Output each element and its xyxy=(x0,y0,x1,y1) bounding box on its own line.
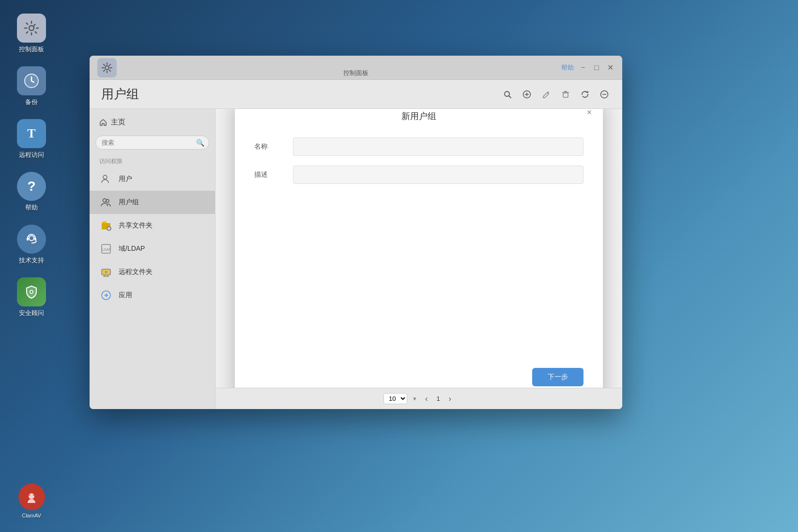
sidebar-item-label: 远程访问 xyxy=(19,151,44,159)
nav-item-label: 应用 xyxy=(119,291,132,300)
name-input[interactable] xyxy=(293,137,583,156)
minus-button[interactable] xyxy=(598,88,611,101)
svg-rect-16 xyxy=(563,93,568,97)
main-content: 新用户组 × 名称 描述 xyxy=(215,109,622,409)
main-window: 控制面板 帮助 － □ ✕ 用户组 xyxy=(90,56,622,409)
nav-item-apps[interactable]: 应用 xyxy=(90,284,215,307)
apps-icon xyxy=(99,289,113,302)
backup-icon xyxy=(17,66,46,95)
nav-item-label: 远程文件夹 xyxy=(119,268,153,276)
sidebar: 控制面板 备份 T 远程访问 ? 帮助 xyxy=(0,0,63,532)
dialog-close-button[interactable]: × xyxy=(583,109,595,118)
sidebar-item-label: 安全顾问 xyxy=(19,309,44,318)
description-label: 描述 xyxy=(254,170,293,179)
control-panel-icon xyxy=(17,14,46,43)
nav-item-label: 共享文件夹 xyxy=(119,221,153,230)
add-button[interactable] xyxy=(521,88,533,101)
dialog-content-area xyxy=(254,194,583,339)
svg-point-28 xyxy=(105,271,107,273)
nav-search[interactable]: 🔍 xyxy=(95,136,209,150)
sidebar-item-tech-support[interactable]: 技术支持 xyxy=(7,221,56,269)
svg-point-2 xyxy=(29,236,34,241)
window-toolbar xyxy=(501,88,611,101)
dialog-body: 名称 描述 xyxy=(235,130,603,358)
nav-home-label: 主页 xyxy=(111,118,125,127)
user-groups-icon xyxy=(99,196,113,209)
window-app-icon xyxy=(97,58,117,77)
shared-folders-icon xyxy=(99,219,113,232)
sidebar-item-backup[interactable]: 备份 xyxy=(7,62,56,110)
per-page-select[interactable]: 10 20 50 xyxy=(384,393,407,404)
description-field-row: 描述 xyxy=(254,166,583,184)
dialog-overlay: 新用户组 × 名称 描述 xyxy=(215,109,622,409)
nav-section-title: 访问权限 xyxy=(90,153,215,167)
help-icon: ? xyxy=(17,172,46,201)
description-input[interactable] xyxy=(293,166,583,184)
window-controls: 帮助 － □ ✕ xyxy=(561,63,614,72)
svg-point-0 xyxy=(29,26,34,30)
nav-item-remote-folders[interactable]: 远程文件夹 xyxy=(90,260,215,284)
current-page: 1 xyxy=(436,395,440,402)
refresh-button[interactable] xyxy=(579,88,591,101)
prev-page-button[interactable]: ‹ xyxy=(422,394,430,404)
sidebar-item-label: 帮助 xyxy=(25,203,38,212)
sidebar-item-remote-access[interactable]: T 远程访问 xyxy=(7,115,56,163)
name-field-row: 名称 xyxy=(254,137,583,156)
nav-item-shared-folders[interactable]: 共享文件夹 xyxy=(90,214,215,237)
maximize-button[interactable]: □ xyxy=(592,63,601,72)
search-icon: 🔍 xyxy=(196,139,204,147)
name-label: 名称 xyxy=(254,142,293,151)
remote-access-icon: T xyxy=(17,119,46,148)
nav-item-label: 域/LDAP xyxy=(119,244,145,253)
new-user-group-dialog: 新用户组 × 名称 描述 xyxy=(235,109,603,400)
edit-button[interactable] xyxy=(540,88,552,101)
svg-rect-3 xyxy=(27,238,29,241)
nav-item-user-groups[interactable]: 用户组 xyxy=(90,191,215,214)
svg-point-21 xyxy=(103,175,107,179)
clamav-label: ClamAV xyxy=(22,513,41,518)
remote-folders-icon xyxy=(99,265,113,279)
nav-item-label: 用户组 xyxy=(119,198,139,207)
clamav-icon xyxy=(18,484,45,510)
domain-ldap-icon: LDAP xyxy=(99,242,113,256)
left-nav: 主页 🔍 访问权限 用户 用户组 xyxy=(90,109,215,409)
sidebar-item-clamav[interactable]: ClamAV xyxy=(7,480,56,522)
pagination: 10 20 50 ▾ ‹ 1 › xyxy=(215,388,622,409)
svg-text:LDAP: LDAP xyxy=(102,248,111,251)
window-title-row: 用户组 xyxy=(90,80,622,109)
window-titlebar: 控制面板 帮助 － □ ✕ xyxy=(90,56,622,80)
delete-button[interactable] xyxy=(559,88,572,101)
security-icon xyxy=(17,277,46,306)
search-input[interactable] xyxy=(95,136,209,150)
dialog-header: 新用户组 × xyxy=(235,109,603,130)
help-link[interactable]: 帮助 xyxy=(561,63,574,72)
next-button[interactable]: 下一步 xyxy=(532,368,583,386)
close-button[interactable]: ✕ xyxy=(606,63,614,72)
nav-item-users[interactable]: 用户 xyxy=(90,167,215,191)
tech-support-icon xyxy=(17,225,46,254)
sidebar-item-label: 控制面板 xyxy=(19,45,44,54)
window-app-name: 控制面板 xyxy=(343,69,368,77)
svg-point-7 xyxy=(29,493,34,499)
nav-item-label: 用户 xyxy=(119,175,132,183)
minimize-button[interactable]: － xyxy=(579,63,587,72)
svg-line-12 xyxy=(509,96,511,98)
sidebar-item-help[interactable]: ? 帮助 xyxy=(7,168,56,216)
svg-rect-4 xyxy=(34,238,36,241)
page-title: 用户组 xyxy=(101,86,139,103)
users-icon xyxy=(99,172,113,186)
nav-item-domain-ldap[interactable]: LDAP 域/LDAP xyxy=(90,237,215,260)
sidebar-item-control-panel[interactable]: 控制面板 xyxy=(7,10,56,58)
sidebar-item-security[interactable]: 安全顾问 xyxy=(7,274,56,321)
sidebar-item-label: 备份 xyxy=(25,98,38,106)
per-page-arrow: ▾ xyxy=(413,395,416,402)
sidebar-item-label: 技术支持 xyxy=(19,256,44,265)
svg-point-10 xyxy=(105,66,109,70)
dialog-title: 新用户组 xyxy=(401,110,436,122)
window-body: 主页 🔍 访问权限 用户 用户组 xyxy=(90,109,622,409)
nav-home[interactable]: 主页 xyxy=(90,113,215,132)
svg-point-6 xyxy=(31,291,32,293)
next-page-button[interactable]: › xyxy=(446,394,454,404)
search-button[interactable] xyxy=(501,88,514,101)
